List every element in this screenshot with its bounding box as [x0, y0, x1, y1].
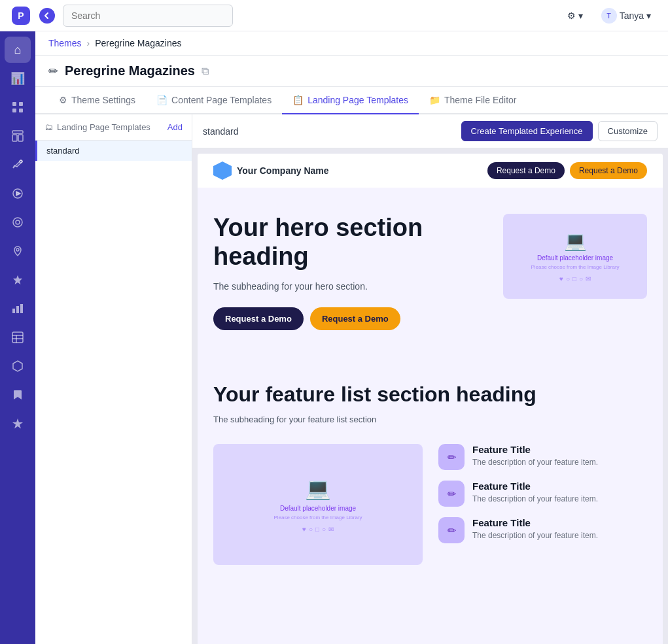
left-panel: 🗂 Landing Page Templates Add standard — [35, 114, 192, 644]
user-menu-button[interactable]: T Tanya ▾ — [595, 4, 658, 27]
sidebar-item-analytics[interactable]: 📊 — [5, 65, 31, 92]
feature-icon-1: ✏ — [438, 444, 465, 470]
svg-point-10 — [13, 218, 22, 227]
tab-landing-page-label: Landing Page Templates — [308, 95, 408, 105]
edit-icon: ✏ — [48, 64, 58, 78]
lp-features-section: Your feature list section heading The su… — [198, 356, 663, 591]
left-panel-title: 🗂 Landing Page Templates — [44, 122, 150, 132]
preview-frame[interactable]: Your Company Name Request a Demo Request… — [192, 148, 668, 644]
svg-point-7 — [20, 160, 22, 163]
content-page-icon: 📄 — [156, 95, 167, 105]
lp-features-list: ✏ Feature Title The description of your … — [438, 444, 647, 565]
settings-chevron: ▾ — [578, 10, 583, 21]
lp-nav-cta2[interactable]: Request a Demo — [570, 162, 647, 179]
search-input[interactable] — [63, 5, 233, 27]
feature-icon-2: ✏ — [438, 481, 465, 507]
customize-button[interactable]: Customize — [598, 121, 658, 141]
lp-feature-title-2: Feature Title — [472, 481, 647, 492]
lp-feature-title-1: Feature Title — [472, 444, 647, 455]
sidebar-toggle-button[interactable] — [39, 8, 55, 24]
lp-hero-heading: Your hero section heading — [213, 214, 487, 271]
feature-icon-3: ✏ — [438, 517, 465, 543]
sidebar-item-circle[interactable] — [5, 209, 31, 235]
sidebar-item-barchart[interactable] — [5, 296, 31, 322]
lp-hero-text: Your hero section heading The subheading… — [213, 214, 487, 330]
logo-icon: P — [10, 5, 31, 26]
features-laptop-icon: 💻 — [305, 476, 331, 501]
svg-rect-3 — [19, 109, 23, 112]
topbar-right: ⚙ ▾ T Tanya ▾ — [561, 4, 658, 27]
settings-button[interactable]: ⚙ ▾ — [561, 7, 589, 25]
lp-feature-item-2: ✏ Feature Title The description of your … — [438, 481, 647, 507]
topbar-left: P — [10, 5, 233, 27]
sidebar-item-tools[interactable] — [5, 152, 31, 178]
user-chevron: ▾ — [646, 10, 651, 21]
lp-nav-buttons: Request a Demo Request a Demo — [487, 162, 647, 179]
app-logo: P — [12, 7, 30, 25]
main-content: Themes › Peregrine Magazines ✏ Peregrine… — [35, 31, 668, 644]
lp-features-placeholder-image: 💻 Default placeholder image Please choos… — [213, 444, 423, 565]
create-templated-experience-button[interactable]: Create Templated Experience — [461, 121, 593, 141]
svg-marker-9 — [16, 192, 20, 195]
lp-feature-desc-1: The description of your feature item. — [472, 458, 647, 467]
lp-feature-info-3: Feature Title The description of your fe… — [472, 517, 647, 540]
gear-icon: ⚙ — [567, 10, 576, 21]
sidebar-item-media[interactable] — [5, 180, 31, 207]
breadcrumb-themes[interactable]: Themes — [48, 38, 82, 48]
tab-theme-settings-label: Theme Settings — [71, 95, 135, 105]
lp-feature-item-3: ✏ Feature Title The description of your … — [438, 517, 647, 543]
content-area: 🗂 Landing Page Templates Add standard st… — [35, 114, 668, 644]
left-panel-title-text: Landing Page Templates — [57, 122, 150, 132]
lp-placeholder-sub: Please choose from the Image Library — [531, 264, 619, 270]
svg-rect-2 — [12, 109, 16, 112]
lp-feature-info-1: Feature Title The description of your fe… — [472, 444, 647, 467]
lp-feature-desc-2: The description of your feature item. — [472, 494, 647, 503]
sidebar-item-badge[interactable] — [5, 411, 31, 437]
lp-logo-icon — [213, 161, 232, 180]
sidebar-item-bookmark[interactable] — [5, 382, 31, 408]
lp-hero-cta2[interactable]: Request a Demo — [310, 307, 400, 330]
tab-theme-settings[interactable]: ⚙ Theme Settings — [48, 87, 146, 114]
sidebar-item-table[interactable] — [5, 324, 31, 350]
lp-company-name: Your Company Name — [237, 165, 329, 176]
lp-features-placeholder-title: Default placeholder image — [280, 505, 356, 512]
landing-page-preview: Your Company Name Request a Demo Request… — [198, 154, 663, 644]
sidebar-item-home[interactable]: ⌂ — [5, 37, 31, 63]
lp-nav: Your Company Name Request a Demo Request… — [198, 154, 663, 188]
link-icon: ⧉ — [202, 65, 209, 77]
lp-placeholder-icons: ♥ ○ □ ○ ✉ — [559, 275, 591, 282]
page-header: ✏ Peregrine Magazines ⧉ — [35, 56, 668, 87]
svg-point-11 — [16, 220, 20, 224]
theme-file-icon: 📁 — [429, 95, 440, 105]
svg-rect-1 — [19, 102, 23, 106]
preview-toolbar: standard Create Templated Experience Cus… — [192, 114, 668, 148]
tab-landing-page-templates[interactable]: 📋 Landing Page Templates — [282, 87, 419, 114]
lp-features-content: 💻 Default placeholder image Please choos… — [213, 444, 647, 565]
lp-nav-cta1[interactable]: Request a Demo — [487, 162, 565, 179]
tab-content-page-templates[interactable]: 📄 Content Page Templates — [146, 87, 282, 114]
folder-icon: 🗂 — [44, 122, 53, 132]
tab-theme-file-label: Theme File Editor — [444, 95, 516, 105]
list-item[interactable]: standard — [35, 141, 192, 161]
breadcrumb-separator: › — [87, 38, 90, 48]
svg-rect-17 — [12, 332, 23, 343]
topbar: P ⚙ ▾ T Tanya ▾ — [0, 0, 668, 31]
svg-rect-16 — [20, 304, 23, 313]
sidebar-item-grid[interactable] — [5, 94, 31, 120]
svg-rect-0 — [12, 102, 16, 106]
sidebar-item-layout[interactable] — [5, 123, 31, 149]
sidebar: ⌂ 📊 — [0, 31, 35, 644]
main-layout: ⌂ 📊 — [0, 31, 668, 644]
sidebar-item-integrations[interactable] — [5, 353, 31, 379]
lp-hero-placeholder-image: 💻 Default placeholder image Please choos… — [503, 214, 647, 299]
tab-content-page-label: Content Page Templates — [171, 95, 272, 105]
lp-hero-cta1[interactable]: Request a Demo — [213, 307, 304, 330]
add-template-button[interactable]: Add — [167, 122, 183, 132]
tab-theme-file-editor[interactable]: 📁 Theme File Editor — [419, 87, 527, 114]
svg-rect-5 — [12, 135, 17, 141]
laptop-icon: 💻 — [564, 230, 587, 252]
sidebar-item-location[interactable] — [5, 238, 31, 264]
svg-rect-14 — [12, 309, 15, 313]
sidebar-item-star[interactable] — [5, 267, 31, 293]
lp-feature-item-1: ✏ Feature Title The description of your … — [438, 444, 647, 470]
